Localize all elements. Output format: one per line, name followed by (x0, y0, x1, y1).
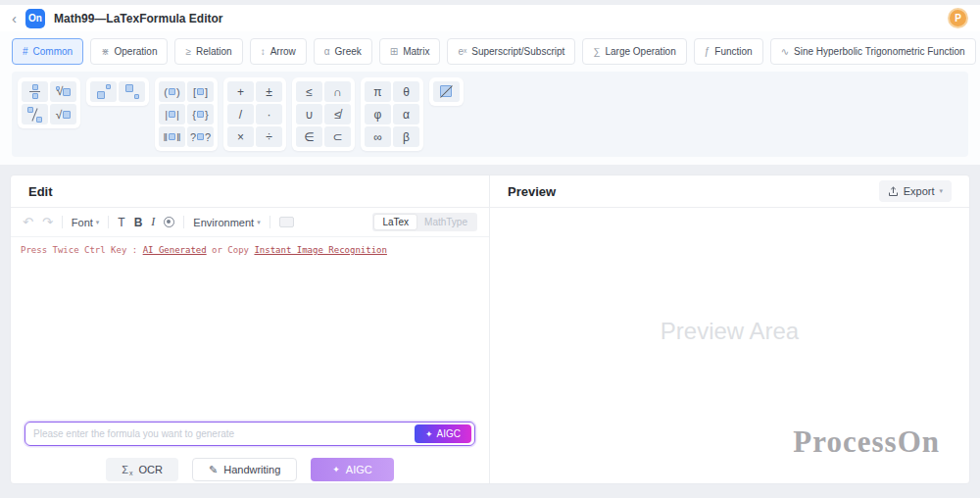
palette-item-nth-root[interactable]: √ (50, 81, 76, 102)
palette-item-intersection[interactable]: ∩ (324, 81, 351, 102)
palette-item-leq[interactable]: ≤ (296, 81, 322, 102)
tab-label: Arrow (270, 46, 296, 57)
arrow-icon: ↕ (261, 46, 266, 57)
palette-item-divide[interactable]: ÷ (256, 126, 282, 147)
fraction-bar (29, 91, 40, 92)
hint-link: AI Generated (143, 245, 207, 255)
bracket-glyph: { (192, 109, 196, 121)
palette-item-cdot[interactable]: · (256, 104, 282, 124)
palette-item-slash[interactable]: / (227, 104, 254, 124)
group-operators: + ± / · × ÷ (223, 77, 286, 151)
palette-item-phi[interactable]: φ (365, 104, 391, 124)
tab-label: Superscript/Subscript (471, 46, 564, 57)
palette-item-plus[interactable]: + (227, 81, 254, 102)
chevron-down-icon: ▾ (96, 219, 100, 226)
palette-item-braces[interactable]: { } (187, 104, 214, 124)
tab-label: Function (714, 46, 752, 57)
palette-item-times[interactable]: × (227, 126, 254, 147)
edit-actions: Σx OCR ✎ Handwriting ✦ AIGC (11, 446, 489, 483)
palette-item-diagonal-fraction[interactable] (22, 104, 48, 124)
tab-trigonometric[interactable]: ∿ Sine Hyperbolic Trigonometric Function (770, 38, 976, 65)
tab-operation[interactable]: ⋇ Operation (90, 38, 168, 65)
preview-body: Preview Area ProcessOn (490, 208, 969, 483)
operation-icon: ⋇ (101, 46, 109, 57)
mini-square-glyph (134, 94, 139, 99)
handwriting-button[interactable]: ✎ Handwriting (192, 458, 297, 481)
environment-label: Environment (193, 217, 254, 228)
latex-toggle[interactable]: LaTex (374, 215, 416, 229)
sine-wave-icon: ∿ (781, 46, 789, 57)
toolbar-divider (62, 216, 63, 228)
text-style-button[interactable]: T (118, 216, 124, 229)
ocr-label: OCR (139, 464, 163, 475)
palette-item-theta[interactable]: θ (393, 81, 419, 102)
palette-item-beta[interactable]: β (393, 126, 419, 147)
font-dropdown[interactable]: Font ▾ (72, 217, 100, 228)
square-glyph (169, 88, 175, 95)
editor-hint: Press Twice Ctrl Key : AI Generated or C… (21, 245, 479, 255)
back-icon[interactable]: ‹ (12, 11, 17, 25)
palette-item-cancel[interactable] (433, 81, 460, 102)
aigc-button[interactable]: ✦ AIGC (311, 458, 393, 481)
bold-button[interactable]: B (134, 216, 143, 229)
redo-icon[interactable]: ↷ (42, 215, 53, 229)
avatar[interactable]: P (948, 8, 968, 28)
tab-matrix[interactable]: ⊞ Matrix (379, 38, 441, 65)
undo-icon[interactable]: ↶ (23, 215, 33, 229)
palette-item-superscript[interactable] (90, 81, 117, 102)
palette-item-infinity[interactable]: ∞ (365, 126, 391, 147)
cancel-icon (440, 85, 453, 98)
palette-item-fraction[interactable] (22, 81, 48, 102)
palette-item-not-leq[interactable]: ≰ (324, 104, 351, 124)
aigc-label: AIGC (346, 464, 372, 475)
palette-item-absolute-value[interactable]: | | (159, 104, 185, 124)
tab-common[interactable]: # Common (12, 38, 83, 65)
export-button[interactable]: Export ▾ (879, 180, 952, 202)
tab-arrow[interactable]: ↕ Arrow (250, 38, 307, 65)
tab-relation[interactable]: ≥ Relation (174, 38, 242, 65)
tab-large-operation[interactable]: ∑ Large Operation (582, 38, 686, 65)
palette-item-subset[interactable]: ⊂ (324, 126, 351, 147)
aigc-submit-button[interactable]: ✦ AIGC (415, 424, 471, 443)
greek-icon: α (324, 46, 330, 57)
keyboard-icon[interactable] (279, 217, 294, 227)
tab-greek[interactable]: α Greek (314, 38, 372, 65)
sub-x-glyph: x (129, 470, 133, 476)
superscript-icon (97, 84, 111, 99)
tab-label: Sine Hyperbolic Trigonometric Function (794, 46, 965, 57)
ocr-icon: Σx (122, 464, 132, 475)
italic-button[interactable]: I (151, 215, 155, 229)
palette-item-pi[interactable]: π (365, 81, 391, 102)
formula-editor-area[interactable]: Press Twice Ctrl Key : AI Generated or C… (11, 237, 489, 422)
palette-item-plus-minus[interactable]: ± (256, 81, 282, 102)
bracket-glyph: ? (190, 131, 196, 143)
palette-item-custom-brackets[interactable]: ? ? (187, 126, 214, 147)
hint-link: Instant Image Recognition (254, 245, 386, 255)
palette-item-parentheses[interactable]: ( ) (159, 81, 185, 102)
tab-function[interactable]: ƒ Function (694, 38, 763, 65)
group-relations: ≤ ∩ ∪ ≰ ∈ ⊂ (292, 77, 355, 151)
palette-item-norm[interactable]: ‖ ‖ (159, 126, 185, 147)
mathtype-toggle[interactable]: MathType (416, 215, 475, 229)
color-picker-icon[interactable] (164, 217, 174, 227)
handwriting-label: Handwriting (223, 464, 280, 475)
topbar: ‹ On Math99—LaTexFormula Editor P (0, 5, 980, 31)
processon-logo[interactable]: On (25, 9, 45, 28)
palette-item-union[interactable]: ∪ (296, 104, 322, 124)
ocr-button[interactable]: Σx OCR (106, 458, 178, 481)
palette-item-sqrt[interactable]: √ (50, 104, 76, 124)
square-glyph (197, 133, 204, 140)
palette-item-element-of[interactable]: ∈ (296, 126, 322, 147)
toolbar-divider (183, 216, 184, 228)
palette-item-subscript[interactable] (119, 81, 145, 102)
processon-watermark: ProcessOn (793, 424, 940, 460)
tab-superscript-subscript[interactable]: eˣ Superscript/Subscript (447, 38, 575, 65)
palette-item-square-brackets[interactable]: [ ] (187, 81, 214, 102)
bracket-glyph: ) (176, 86, 180, 98)
sqrt-icon: √ (56, 108, 72, 122)
environment-dropdown[interactable]: Environment ▾ (193, 217, 260, 228)
aigc-formula-input[interactable] (33, 428, 415, 439)
palette-item-alpha[interactable]: α (393, 104, 419, 124)
common-icon: # (23, 46, 28, 57)
hint-text: or Copy (207, 245, 255, 255)
